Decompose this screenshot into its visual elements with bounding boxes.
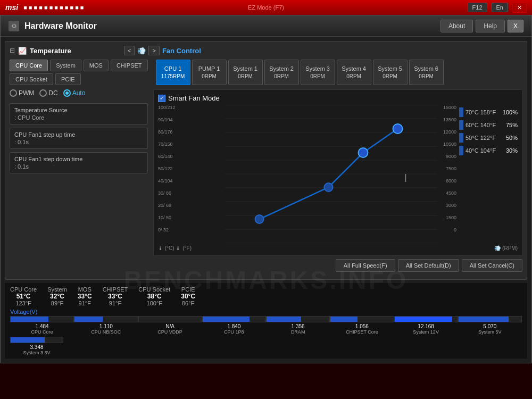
pwm-label: PWM: [19, 89, 34, 97]
voltage-readings-row2: 3.348 System 3.3V: [10, 337, 522, 355]
voltage-sys12v: 12.168 System 12V: [394, 316, 458, 335]
cpu-nb-bar: [74, 317, 103, 322]
dram-bar: [267, 317, 301, 322]
chart-with-scale: 100/212 90/194 80/176 70/158 60/140 50/1…: [158, 105, 518, 243]
temp-buttons-row1: CPU Core System MOS CHIPSET: [10, 60, 148, 71]
panel-title: Temperature: [30, 47, 71, 55]
system-reading-f: 89°F: [51, 300, 63, 306]
voltage-sys5v: 5.070 System 5V: [458, 316, 522, 335]
system1-btn[interactable]: System 10RPM: [228, 60, 263, 85]
cpu-nb-voltage: 1.110: [99, 323, 113, 329]
top-panel: ⊟ 📈 Temperature < 💨 > Fan Control CPU C: [5, 41, 527, 280]
cpu-core-bar-container: [10, 316, 74, 322]
pcie-btn[interactable]: PCIE: [55, 73, 81, 85]
expand-icon[interactable]: ⊟: [10, 47, 15, 54]
nav-forward-button[interactable]: >: [148, 46, 159, 55]
cpu-vddp-voltage: N/A: [165, 323, 174, 329]
voltage-dram: 1.356 DRAM: [266, 316, 330, 335]
step-up-box[interactable]: CPU Fan1 step up time : 0.1s: [10, 128, 148, 149]
all-full-speed-btn[interactable]: All Full Speed(F): [336, 259, 395, 272]
dram-bar-container: [266, 316, 330, 322]
temp-cpu-core: CPU Core 51°C 123°F: [10, 286, 37, 306]
cpu-vddp-voltage-name: CPU VDDP: [157, 329, 182, 335]
system-reading-label: System: [47, 286, 67, 293]
sys12v-bar: [395, 317, 453, 322]
voltage-sys3v: 3.348 System 3.3V: [10, 337, 63, 355]
mos-btn[interactable]: MOS: [84, 60, 109, 71]
system4-btn[interactable]: System 40RPM: [337, 60, 371, 85]
system5-btn[interactable]: System 50RPM: [373, 60, 408, 85]
en-button[interactable]: En: [492, 3, 508, 12]
sys5v-bar-container: [458, 316, 522, 322]
cpu-socket-btn[interactable]: CPU Socket: [10, 73, 53, 85]
voltage-cpu-nb: 1.110 CPU NB/SOC: [74, 316, 138, 335]
temp-system: System 32°C 89°F: [47, 286, 67, 306]
mode-radio-group: PWM DC Auto: [10, 89, 148, 97]
dc-radio[interactable]: DC: [39, 89, 57, 97]
step-up-value: : 0.1s: [14, 139, 143, 145]
cpu-core-voltage: 1.484: [36, 323, 49, 329]
system6-btn[interactable]: System 60RPM: [409, 60, 444, 85]
top-bar-right: F12 En ✕: [468, 3, 527, 13]
voltage-readings: 1.484 CPU Core 1.110 CPU NB/SOC N/A CPU …: [10, 316, 522, 335]
scale-pct-2: 75%: [506, 122, 518, 128]
chart-panel: ✓ Smart Fan Mode 100/212 90/194 80/176: [153, 89, 522, 256]
chipset-bar: [330, 317, 358, 322]
pcie-reading-label: PCIE: [181, 286, 195, 293]
temp-source-title: Temperature Source: [14, 107, 143, 113]
y-axis-rpm: 15000 13500 12000 10500 9000 7500 6000 4…: [435, 105, 456, 232]
pcie-reading-f: 86°F: [182, 300, 194, 306]
temp-cpu-socket: CPU Socket 38°C 100°F: [138, 286, 170, 306]
fan-speed-buttons: CPU 11175RPM PUMP 10RPM System 10RPM Sys…: [156, 60, 522, 85]
step-down-box[interactable]: CPU Fan1 step down time : 0.1s: [10, 152, 148, 173]
svg-point-14: [393, 124, 403, 134]
close-button[interactable]: X: [508, 20, 523, 32]
chipset-btn[interactable]: CHIPSET: [111, 60, 148, 71]
smart-fan-header: ✓ Smart Fan Mode: [158, 94, 518, 102]
voltage-label: Voltage(V): [10, 309, 522, 315]
cpu-core-btn[interactable]: CPU Core: [10, 60, 48, 71]
sys12v-bar-container: [394, 316, 458, 322]
auto-radio[interactable]: Auto: [63, 89, 86, 97]
all-set-cancel-btn[interactable]: All Set Cancel(C): [462, 259, 522, 272]
dram-voltage: 1.356: [292, 323, 305, 329]
sys12v-voltage-name: System 12V: [413, 329, 439, 335]
cpu-1p8-voltage: 1.840: [227, 323, 240, 329]
close-top-button[interactable]: ✕: [512, 3, 527, 13]
temp-header: ⊟ 📈 Temperature: [10, 46, 116, 55]
chipset-reading-f: 91°F: [109, 300, 121, 306]
system-reading-c: 32°C: [50, 293, 64, 300]
sys12v-voltage: 12.168: [418, 323, 434, 329]
cpu1-btn[interactable]: CPU 11175RPM: [156, 60, 190, 85]
cpu-core-reading-c: 51°C: [16, 293, 31, 300]
smart-fan-label: Smart Fan Mode: [168, 94, 220, 102]
content-area: ⊟ 📈 Temperature < 💨 > Fan Control CPU C: [1, 37, 531, 363]
step-up-title: CPU Fan1 step up time: [14, 131, 143, 138]
svg-point-13: [359, 148, 368, 157]
cpu-core-voltage-name: CPU Core: [31, 329, 53, 335]
system3-btn[interactable]: System 30RPM: [301, 60, 335, 85]
help-button[interactable]: Help: [476, 20, 505, 32]
voltage-cpu-core: 1.484 CPU Core: [10, 316, 74, 335]
scale-pct-1: 100%: [503, 109, 518, 115]
temp-source-box[interactable]: Temperature Source : CPU Core: [10, 103, 148, 124]
temp-source-section: CPU Core System MOS CHIPSET CPU Socket P…: [10, 60, 148, 85]
fan-icon: 💨: [137, 47, 146, 55]
mos-reading-f: 91°F: [79, 300, 91, 306]
smart-fan-checkbox[interactable]: ✓: [158, 95, 165, 102]
all-set-default-btn[interactable]: All Set Default(D): [398, 259, 459, 272]
nav-back-button[interactable]: <: [124, 46, 135, 55]
system2-btn[interactable]: System 20RPM: [264, 60, 299, 85]
cpu-vddp-bar-container: [138, 316, 202, 322]
cpu-core-bar: [11, 317, 48, 322]
window-icon: ⚙: [9, 21, 19, 31]
auto-dot: [65, 92, 69, 95]
f12-button[interactable]: F12: [468, 3, 487, 12]
pwm-radio[interactable]: PWM: [10, 89, 34, 97]
pump1-btn[interactable]: PUMP 10RPM: [192, 60, 227, 85]
chipset-bar-container: [330, 316, 394, 322]
cpu-1p8-voltage-name: CPU 1P8: [224, 329, 244, 335]
about-button[interactable]: About: [440, 20, 473, 32]
system-btn[interactable]: System: [50, 60, 81, 71]
sys5v-voltage: 5.070: [483, 323, 496, 329]
